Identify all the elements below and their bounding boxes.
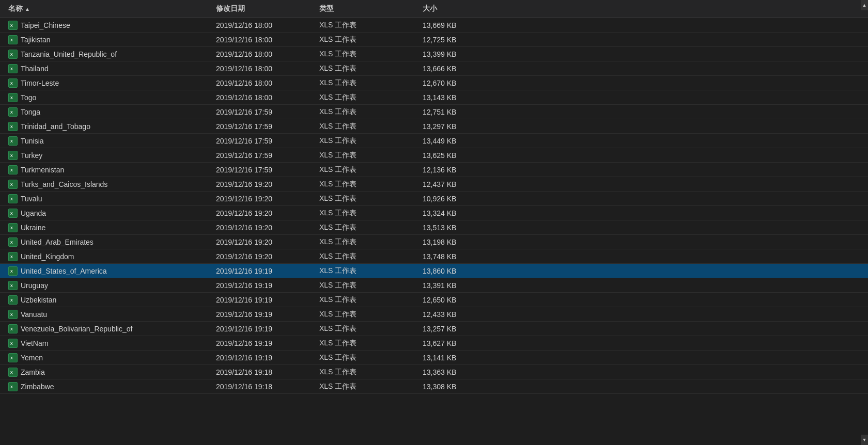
table-row[interactable]: X Tonga 2019/12/16 17:59 XLS 工作表 12,751 … — [0, 105, 868, 119]
scrollbar-up-button[interactable]: ▲ — [861, 0, 868, 10]
file-name-cell: X VietNam — [0, 337, 212, 350]
xls-icon-svg: X — [9, 354, 17, 361]
file-name-text: VietNam — [21, 339, 48, 347]
file-type-cell: XLS 工作表 — [315, 134, 419, 148]
file-type-cell: XLS 工作表 — [315, 76, 419, 90]
table-row[interactable]: X Vanuatu 2019/12/16 19:19 XLS 工作表 12,43… — [0, 307, 868, 322]
file-date-cell: 2019/12/16 19:20 — [212, 250, 315, 263]
file-icon: X — [8, 165, 18, 174]
col-header-type[interactable]: 类型 — [315, 2, 419, 15]
file-size-cell: 13,627 KB — [419, 337, 496, 349]
svg-text:X: X — [10, 53, 13, 56]
file-name-cell: X Tajikistan — [0, 33, 212, 46]
xls-icon-svg: X — [9, 80, 17, 87]
col-name-label: 名称 — [8, 4, 23, 13]
table-row[interactable]: X Ukraine 2019/12/16 19:20 XLS 工作表 13,51… — [0, 220, 868, 235]
file-size-cell: 13,391 KB — [419, 279, 496, 292]
xls-icon: X — [8, 266, 18, 276]
table-row[interactable]: X Venezuela_Bolivarian_Republic_of 2019/… — [0, 322, 868, 336]
svg-text:X: X — [10, 212, 13, 215]
file-type-cell: XLS 工作表 — [315, 163, 419, 177]
svg-text:X: X — [10, 67, 13, 71]
file-name-cell: X Timor-Leste — [0, 76, 212, 90]
file-icon: X — [8, 122, 18, 131]
file-name-cell: X United_Kingdom — [0, 250, 212, 263]
table-row[interactable]: X Zambia 2019/12/16 19:18 XLS 工作表 13,363… — [0, 365, 868, 379]
file-icon: X — [8, 223, 18, 232]
file-name-text: Ukraine — [21, 224, 45, 232]
file-size-cell: 13,363 KB — [419, 366, 496, 378]
xls-icon-svg: X — [9, 195, 17, 202]
xls-icon: X — [8, 310, 18, 319]
file-icon: X — [8, 368, 18, 377]
table-row[interactable]: X Uruguay 2019/12/16 19:19 XLS 工作表 13,39… — [0, 278, 868, 293]
xls-icon-svg: X — [9, 267, 17, 275]
svg-text:X: X — [10, 125, 13, 129]
file-icon: X — [8, 194, 18, 203]
xls-icon-svg: X — [9, 253, 17, 260]
file-date-cell: 2019/12/16 19:18 — [212, 380, 315, 393]
file-name-cell: X Vanuatu — [0, 308, 212, 321]
svg-text:X: X — [10, 342, 13, 345]
file-type-cell: XLS 工作表 — [315, 351, 419, 364]
file-type-cell: XLS 工作表 — [315, 91, 419, 104]
file-list[interactable]: X Taipei_Chinese 2019/12/16 18:00 XLS 工作… — [0, 18, 868, 445]
file-icon: X — [8, 281, 18, 290]
xls-icon-svg: X — [9, 36, 17, 43]
file-type-cell: XLS 工作表 — [315, 47, 419, 61]
table-row[interactable]: X United_Arab_Emirates 2019/12/16 19:20 … — [0, 235, 868, 249]
file-type-cell: XLS 工作表 — [315, 149, 419, 162]
table-row[interactable]: X United_States_of_America 2019/12/16 19… — [0, 264, 868, 278]
table-row[interactable]: X VietNam 2019/12/16 19:19 XLS 工作表 13,62… — [0, 336, 868, 351]
col-header-name[interactable]: 名称 ▲ — [0, 2, 212, 15]
xls-icon: X — [8, 281, 18, 290]
table-row[interactable]: X Turks_and_Caicos_Islands 2019/12/16 19… — [0, 177, 868, 192]
file-type-cell: XLS 工作表 — [315, 264, 419, 278]
file-size-cell: 12,725 KB — [419, 34, 496, 46]
file-explorer: 名称 ▲ 修改日期 类型 大小 X Taipei_Chinese 2019/12… — [0, 0, 868, 445]
file-size-cell: 12,136 KB — [419, 164, 496, 176]
file-date-cell: 2019/12/16 18:00 — [212, 48, 315, 60]
svg-text:X: X — [10, 269, 13, 273]
file-type-cell: XLS 工作表 — [315, 120, 419, 133]
svg-text:X: X — [10, 139, 13, 143]
file-date-cell: 2019/12/16 19:19 — [212, 279, 315, 292]
table-row[interactable]: X Uzbekistan 2019/12/16 19:19 XLS 工作表 12… — [0, 293, 868, 307]
table-row[interactable]: X Trinidad_and_Tobago 2019/12/16 17:59 X… — [0, 119, 868, 134]
xls-icon-svg: X — [9, 369, 17, 376]
table-row[interactable]: X Turkmenistan 2019/12/16 17:59 XLS 工作表 … — [0, 163, 868, 177]
table-row[interactable]: X Zimbabwe 2019/12/16 19:18 XLS 工作表 13,3… — [0, 379, 868, 394]
table-row[interactable]: X Taipei_Chinese 2019/12/16 18:00 XLS 工作… — [0, 18, 868, 33]
table-row[interactable]: X Turkey 2019/12/16 17:59 XLS 工作表 13,625… — [0, 148, 868, 163]
svg-text:X: X — [10, 24, 13, 27]
file-date-cell: 2019/12/16 18:00 — [212, 34, 315, 46]
table-row[interactable]: X Tuvalu 2019/12/16 19:20 XLS 工作表 10,926… — [0, 192, 868, 206]
file-date-cell: 2019/12/16 17:59 — [212, 120, 315, 133]
file-name-cell: X Turkmenistan — [0, 163, 212, 177]
xls-icon-svg: X — [9, 181, 17, 188]
file-icon: X — [8, 136, 18, 146]
table-row[interactable]: X Tunisia 2019/12/16 17:59 XLS 工作表 13,44… — [0, 134, 868, 148]
table-row[interactable]: X Thailand 2019/12/16 18:00 XLS 工作表 13,6… — [0, 61, 868, 76]
file-date-cell: 2019/12/16 19:19 — [212, 308, 315, 321]
table-row[interactable]: X Tanzania_United_Republic_of 2019/12/16… — [0, 47, 868, 61]
xls-icon: X — [8, 50, 18, 59]
col-header-size[interactable]: 大小 — [419, 2, 496, 15]
table-row[interactable]: X United_Kingdom 2019/12/16 19:20 XLS 工作… — [0, 249, 868, 264]
file-name-text: Uganda — [21, 209, 46, 217]
table-row[interactable]: X Togo 2019/12/16 18:00 XLS 工作表 13,143 K… — [0, 90, 868, 105]
file-icon: X — [8, 151, 18, 160]
col-header-date[interactable]: 修改日期 — [212, 2, 315, 15]
file-name-cell: X Tunisia — [0, 134, 212, 148]
table-row[interactable]: X Uganda 2019/12/16 19:20 XLS 工作表 13,324… — [0, 206, 868, 220]
file-name-cell: X Taipei_Chinese — [0, 19, 212, 32]
table-row[interactable]: X Yemen 2019/12/16 19:19 XLS 工作表 13,141 … — [0, 351, 868, 365]
xls-icon: X — [8, 151, 18, 160]
column-header: 名称 ▲ 修改日期 类型 大小 — [0, 0, 868, 18]
file-date-cell: 2019/12/16 19:19 — [212, 352, 315, 364]
file-date-cell: 2019/12/16 18:00 — [212, 19, 315, 31]
table-row[interactable]: X Tajikistan 2019/12/16 18:00 XLS 工作表 12… — [0, 33, 868, 47]
scrollbar-down-button[interactable]: ▼ — [861, 435, 868, 445]
xls-icon: X — [8, 353, 18, 362]
table-row[interactable]: X Timor-Leste 2019/12/16 18:00 XLS 工作表 1… — [0, 76, 868, 90]
